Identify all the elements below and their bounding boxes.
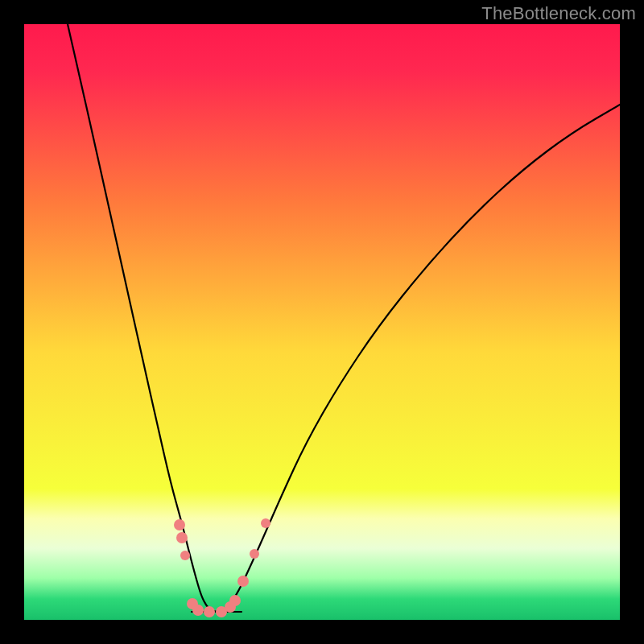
watermark-text: TheBottleneck.com [481, 3, 636, 24]
markers [174, 518, 270, 617]
chart-frame: TheBottleneck.com [0, 0, 644, 644]
plot-area [24, 24, 620, 620]
marker-5 [204, 606, 215, 617]
marker-11 [261, 518, 270, 528]
marker-4 [192, 605, 204, 616]
curves [68, 24, 620, 612]
marker-0 [174, 519, 185, 530]
marker-1 [176, 532, 188, 543]
marker-2 [180, 551, 190, 560]
series-right-curve [217, 105, 620, 612]
marker-9 [237, 576, 249, 587]
curve-layer [24, 24, 620, 620]
series-left-curve [68, 24, 217, 612]
marker-10 [250, 549, 259, 559]
marker-8 [229, 595, 241, 606]
